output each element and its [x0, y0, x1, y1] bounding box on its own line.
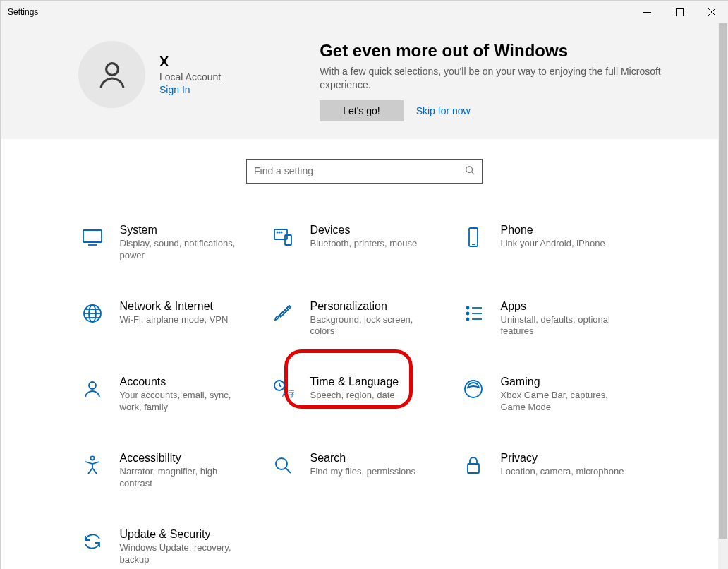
category-sub: Speech, region, date — [310, 390, 399, 402]
svg-point-22 — [466, 312, 468, 314]
promo-body: With a few quick selections, you'll be o… — [320, 65, 693, 92]
maximize-icon — [676, 8, 684, 16]
category-title: System — [120, 224, 243, 236]
category-sub: Display, sound, notifications, power — [120, 238, 243, 262]
category-sub: Find my files, permissions — [310, 466, 416, 478]
category-personalization[interactable]: Personalization Background, lock screen,… — [269, 299, 460, 340]
window-controls — [631, 1, 728, 23]
category-title: Gaming — [501, 376, 624, 388]
scrollbar-track[interactable] — [718, 23, 728, 569]
category-title: Privacy — [501, 452, 624, 465]
category-title: Devices — [310, 224, 418, 236]
category-grid: System Display, sound, notifications, po… — [75, 222, 654, 568]
svg-rect-1 — [676, 8, 683, 16]
close-button[interactable] — [696, 1, 728, 23]
paintbrush-icon — [271, 301, 295, 325]
lets-go-button[interactable]: Let's go! — [320, 100, 404, 121]
category-sub: Bluetooth, printers, mouse — [310, 238, 418, 250]
category-sub: Uninstall, defaults, optional features — [501, 314, 624, 338]
settings-window: Settings X Local Account — [0, 0, 728, 569]
svg-line-6 — [472, 172, 475, 174]
svg-point-33 — [90, 457, 94, 460]
svg-point-13 — [281, 232, 281, 232]
titlebar: Settings — [1, 1, 728, 23]
category-title: Personalization — [310, 300, 434, 313]
phone-icon — [461, 225, 485, 249]
category-sub: Location, camera, microphone — [501, 466, 624, 478]
user-text: X Local Account Sign In — [159, 54, 221, 95]
svg-point-23 — [466, 318, 468, 320]
svg-point-11 — [277, 232, 277, 232]
globe-icon — [80, 301, 104, 325]
maximize-button[interactable] — [663, 1, 696, 23]
lock-icon — [461, 453, 485, 477]
promo-actions: Let's go! Skip for now — [320, 100, 693, 121]
category-title: Phone — [501, 224, 605, 236]
category-devices[interactable]: Devices Bluetooth, printers, mouse — [269, 222, 460, 263]
category-phone[interactable]: Phone Link your Android, iPhone — [460, 222, 650, 263]
svg-point-21 — [466, 306, 468, 309]
user-icon — [95, 58, 129, 92]
skip-link[interactable]: Skip for now — [416, 105, 471, 116]
category-title: Time & Language — [310, 376, 399, 388]
category-sub: Xbox Game Bar, captures, Game Mode — [501, 390, 624, 414]
category-title: Network & Internet — [120, 300, 229, 313]
category-accounts[interactable]: Accounts Your accounts, email, sync, wor… — [79, 374, 269, 415]
minimize-icon — [643, 8, 651, 16]
category-accessibility[interactable]: Accessibility Narrator, magnifier, high … — [79, 450, 269, 491]
svg-line-36 — [286, 468, 291, 473]
promo: Get even more out of Windows With a few … — [320, 41, 693, 121]
svg-point-27 — [89, 382, 96, 389]
time-language-icon: A字 — [271, 377, 295, 401]
promo-heading: Get even more out of Windows — [320, 41, 693, 61]
search-input[interactable] — [254, 165, 465, 176]
accounts-icon — [80, 377, 104, 401]
svg-point-4 — [106, 63, 118, 75]
svg-rect-37 — [468, 464, 479, 473]
sign-in-link[interactable]: Sign In — [159, 84, 221, 95]
user-account-type: Local Account — [159, 71, 221, 83]
category-sub: Background, lock screen, colors — [310, 314, 434, 338]
category-title: Apps — [501, 300, 624, 313]
category-sub: Your accounts, email, sync, work, family — [120, 390, 243, 414]
category-system[interactable]: System Display, sound, notifications, po… — [79, 222, 269, 263]
category-gaming[interactable]: Gaming Xbox Game Bar, captures, Game Mod… — [460, 374, 650, 415]
svg-point-35 — [276, 458, 287, 469]
category-network[interactable]: Network & Internet Wi-Fi, airplane mode,… — [79, 299, 269, 340]
accessibility-icon — [80, 453, 104, 477]
close-icon — [708, 8, 716, 16]
user-name: X — [159, 54, 221, 70]
search-category-icon — [271, 453, 295, 477]
apps-icon — [461, 301, 485, 325]
category-sub: Link your Android, iPhone — [501, 238, 605, 250]
category-title: Search — [310, 452, 416, 465]
svg-rect-7 — [83, 230, 102, 242]
category-search[interactable]: Search Find my files, permissions — [269, 450, 460, 491]
svg-rect-10 — [285, 235, 291, 245]
category-sub: Narrator, magnifier, high contrast — [120, 466, 243, 490]
scrollbar-thumb[interactable] — [719, 23, 727, 539]
window-title: Settings — [8, 7, 38, 17]
minimize-button[interactable] — [631, 1, 663, 23]
update-icon — [80, 529, 104, 553]
avatar[interactable] — [78, 41, 145, 108]
category-privacy[interactable]: Privacy Location, camera, microphone — [460, 450, 650, 491]
system-icon — [80, 225, 104, 249]
gaming-icon — [461, 377, 485, 401]
category-title: Accounts — [120, 376, 243, 388]
category-time-language[interactable]: A字 Time & Language Speech, region, date — [269, 374, 460, 415]
content: System Display, sound, notifications, po… — [1, 139, 728, 569]
devices-icon — [271, 225, 295, 249]
category-apps[interactable]: Apps Uninstall, defaults, optional featu… — [460, 299, 650, 340]
svg-text:A字: A字 — [282, 389, 294, 399]
category-title: Update & Security — [120, 528, 243, 541]
category-sub: Wi-Fi, airplane mode, VPN — [120, 314, 229, 326]
category-sub: Windows Update, recovery, backup — [120, 542, 243, 566]
svg-line-30 — [279, 385, 281, 387]
category-update-security[interactable]: Update & Security Windows Update, recove… — [79, 527, 269, 568]
search-icon — [465, 165, 475, 177]
search-box[interactable] — [246, 159, 483, 184]
header: X Local Account Sign In Get even more ou… — [1, 23, 728, 139]
user-block: X Local Account Sign In — [78, 41, 221, 108]
svg-point-5 — [466, 167, 473, 173]
